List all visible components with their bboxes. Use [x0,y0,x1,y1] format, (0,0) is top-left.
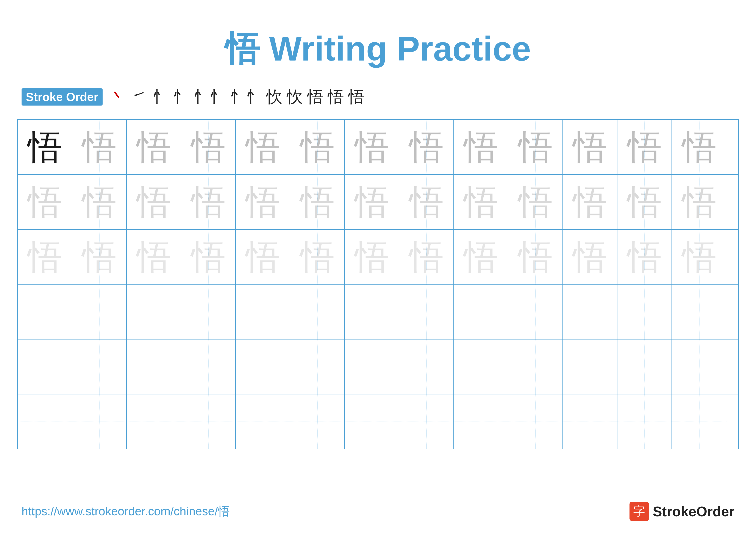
grid-cell-1-11[interactable]: 悟 [563,120,617,174]
practice-char: 悟 [82,240,117,274]
grid-cell-2-7[interactable]: 悟 [345,175,399,229]
footer: https://www.strokeorder.com/chinese/悟 字 … [0,502,756,521]
grid-cell-2-11[interactable]: 悟 [563,175,617,229]
grid-cell-5-8[interactable] [399,340,454,394]
grid-cell-2-1[interactable]: 悟 [18,175,72,229]
grid-cell-6-13[interactable] [672,394,726,449]
grid-cell-1-5[interactable]: 悟 [236,120,290,174]
grid-cell-6-10[interactable] [508,394,563,449]
grid-cell-1-9[interactable]: 悟 [454,120,508,174]
grid-row-2: 悟 悟 悟 悟 悟 悟 悟 悟 悟 悟 悟 悟 悟 [18,175,738,230]
grid-cell-1-3[interactable]: 悟 [127,120,181,174]
stroke-8: 忺 [287,86,303,108]
grid-cell-1-13[interactable]: 悟 [672,120,726,174]
grid-cell-2-2[interactable]: 悟 [72,175,127,229]
grid-cell-2-9[interactable]: 悟 [454,175,508,229]
footer-url[interactable]: https://www.strokeorder.com/chinese/悟 [21,503,230,519]
practice-char: 悟 [409,240,444,274]
grid-cell-6-7[interactable] [345,394,399,449]
practice-char: 悟 [464,130,498,165]
grid-cell-2-3[interactable]: 悟 [127,175,181,229]
grid-cell-4-6[interactable] [290,285,345,339]
grid-cell-5-10[interactable] [508,340,563,394]
grid-cell-3-5[interactable]: 悟 [236,230,290,284]
grid-cell-4-10[interactable] [508,285,563,339]
grid-cell-2-5[interactable]: 悟 [236,175,290,229]
grid-cell-4-9[interactable] [454,285,508,339]
practice-char: 悟 [464,240,498,274]
title-section: 悟 Writing Practice [0,0,756,72]
grid-cell-3-10[interactable]: 悟 [508,230,563,284]
grid-cell-1-8[interactable]: 悟 [399,120,454,174]
grid-cell-3-1[interactable]: 悟 [18,230,72,284]
practice-char: 悟 [627,240,662,274]
grid-cell-1-7[interactable]: 悟 [345,120,399,174]
grid-cell-3-12[interactable]: 悟 [617,230,672,284]
grid-cell-6-3[interactable] [127,394,181,449]
practice-char: 悟 [246,130,280,165]
grid-cell-2-6[interactable]: 悟 [290,175,345,229]
grid-cell-6-6[interactable] [290,394,345,449]
grid-cell-3-2[interactable]: 悟 [72,230,127,284]
grid-cell-6-5[interactable] [236,394,290,449]
grid-cell-5-6[interactable] [290,340,345,394]
grid-cell-5-1[interactable] [18,340,72,394]
grid-cell-4-13[interactable] [672,285,726,339]
grid-cell-3-7[interactable]: 悟 [345,230,399,284]
practice-char: 悟 [573,185,607,219]
practice-char: 悟 [682,185,716,219]
grid-cell-3-6[interactable]: 悟 [290,230,345,284]
practice-char: 悟 [682,240,716,274]
grid-cell-4-2[interactable] [72,285,127,339]
grid-cell-5-7[interactable] [345,340,399,394]
stroke-1: 丶 [109,85,126,109]
grid-cell-6-9[interactable] [454,394,508,449]
grid-cell-6-12[interactable] [617,394,672,449]
grid-cell-5-11[interactable] [563,340,617,394]
practice-char: 悟 [28,130,62,165]
grid-cell-3-8[interactable]: 悟 [399,230,454,284]
grid-cell-5-4[interactable] [181,340,236,394]
grid-cell-2-10[interactable]: 悟 [508,175,563,229]
grid-cell-1-4[interactable]: 悟 [181,120,236,174]
grid-cell-1-10[interactable]: 悟 [508,120,563,174]
grid-cell-5-13[interactable] [672,340,726,394]
grid-cell-6-11[interactable] [563,394,617,449]
grid-cell-1-6[interactable]: 悟 [290,120,345,174]
grid-cell-5-3[interactable] [127,340,181,394]
grid-cell-5-9[interactable] [454,340,508,394]
grid-cell-4-3[interactable] [127,285,181,339]
grid-cell-6-1[interactable] [18,394,72,449]
grid-cell-6-8[interactable] [399,394,454,449]
practice-char: 悟 [409,130,444,165]
practice-char: 悟 [355,240,389,274]
grid-cell-4-4[interactable] [181,285,236,339]
grid-cell-3-9[interactable]: 悟 [454,230,508,284]
practice-char: 悟 [82,185,117,219]
grid-cell-1-1[interactable]: 悟 [18,120,72,174]
grid-cell-5-12[interactable] [617,340,672,394]
grid-cell-6-2[interactable] [72,394,127,449]
grid-cell-5-2[interactable] [72,340,127,394]
grid-cell-4-7[interactable] [345,285,399,339]
grid-cell-2-13[interactable]: 悟 [672,175,726,229]
grid-cell-1-2[interactable]: 悟 [72,120,127,174]
grid-cell-2-8[interactable]: 悟 [399,175,454,229]
grid-cell-2-12[interactable]: 悟 [617,175,672,229]
practice-char: 悟 [627,185,662,219]
grid-cell-4-11[interactable] [563,285,617,339]
grid-cell-4-12[interactable] [617,285,672,339]
grid-cell-3-3[interactable]: 悟 [127,230,181,284]
title-text: Writing Practice [259,29,531,68]
grid-cell-3-13[interactable]: 悟 [672,230,726,284]
practice-char: 悟 [573,240,607,274]
grid-cell-6-4[interactable] [181,394,236,449]
grid-cell-3-4[interactable]: 悟 [181,230,236,284]
grid-cell-4-8[interactable] [399,285,454,339]
grid-cell-3-11[interactable]: 悟 [563,230,617,284]
grid-cell-5-5[interactable] [236,340,290,394]
grid-cell-1-12[interactable]: 悟 [617,120,672,174]
grid-cell-4-1[interactable] [18,285,72,339]
grid-cell-4-5[interactable] [236,285,290,339]
grid-cell-2-4[interactable]: 悟 [181,175,236,229]
